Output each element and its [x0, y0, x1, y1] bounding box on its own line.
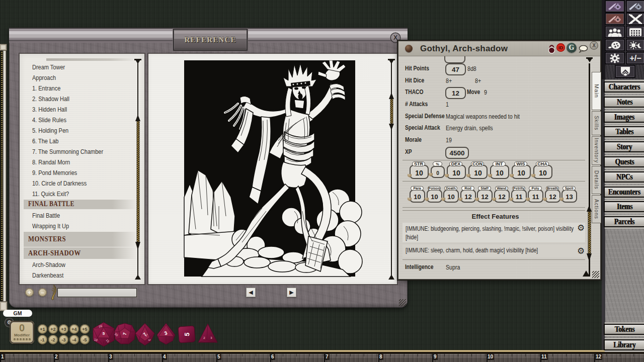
svg-text:5: 5: [103, 331, 105, 336]
svg-text:5: 5: [183, 332, 191, 337]
